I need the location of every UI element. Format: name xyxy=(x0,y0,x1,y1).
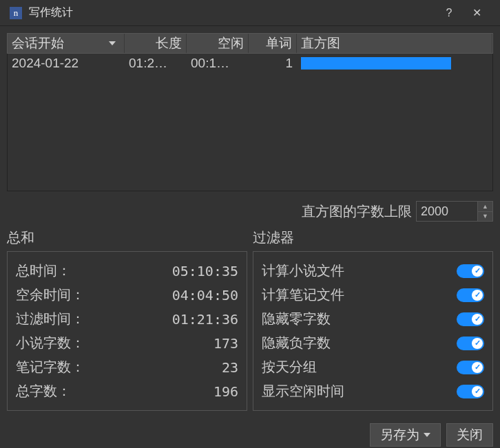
column-idle[interactable]: 空闲 xyxy=(187,34,249,53)
table-row[interactable]: 2024-01-22 01:2… 00:1… 1 xyxy=(8,54,492,73)
button-label: 另存为 xyxy=(380,426,419,444)
cell-length: 01:2… xyxy=(125,56,187,71)
totals-panel: 总和 总时间：05:10:35 空余时间：04:04:50 过滤时间：01:21… xyxy=(7,228,247,411)
column-label: 会话开始 xyxy=(12,34,64,52)
titlebar: n 写作统计 ? ✕ xyxy=(0,0,500,26)
toggle-switch[interactable]: ✓ xyxy=(457,312,484,326)
table-body: 2024-01-22 01:2… 00:1… 1 xyxy=(7,54,493,191)
filter-label: 计算笔记文件 xyxy=(262,286,344,304)
stat-label: 总时间： xyxy=(16,262,71,280)
check-icon: ✓ xyxy=(475,339,481,348)
filters-panel: 过滤器 计算小说文件✓ 计算笔记文件✓ 隐藏零字数✓ 隐藏负字数✓ 按天分组✓ … xyxy=(253,228,493,411)
histogram-limit-input[interactable] xyxy=(416,201,478,222)
spinner-down-icon[interactable]: ▼ xyxy=(478,212,492,222)
toggle-switch[interactable]: ✓ xyxy=(457,288,484,302)
check-icon: ✓ xyxy=(475,266,481,275)
stat-label: 笔记字数： xyxy=(16,358,85,376)
column-label: 长度 xyxy=(156,34,182,52)
stat-value: 05:10:35 xyxy=(172,263,238,279)
button-label: 关闭 xyxy=(457,426,483,444)
window-title: 写作统计 xyxy=(29,6,435,20)
close-button[interactable]: 关闭 xyxy=(446,423,493,447)
stat-value: 196 xyxy=(213,383,238,400)
check-icon: ✓ xyxy=(475,314,481,323)
sort-descending-icon xyxy=(109,41,116,45)
column-label: 直方图 xyxy=(301,34,340,52)
stat-note-words: 笔记字数：23 xyxy=(16,355,238,379)
column-histogram[interactable]: 直方图 xyxy=(297,34,492,53)
cell-idle: 00:1… xyxy=(187,56,249,71)
table-header: 会话开始 长度 空闲 单词 直方图 xyxy=(7,33,493,54)
filter-hide-negative: 隐藏负字数✓ xyxy=(262,331,484,355)
stat-label: 空余时间： xyxy=(16,286,85,304)
spinner-up-icon[interactable]: ▲ xyxy=(478,202,492,212)
filter-label: 按天分组 xyxy=(262,358,317,376)
filter-hide-zero: 隐藏零字数✓ xyxy=(262,307,484,331)
check-icon: ✓ xyxy=(475,387,481,396)
cell-session: 2024-01-22 xyxy=(8,56,125,71)
filter-show-idle: 显示空闲时间✓ xyxy=(262,379,484,403)
histogram-bar xyxy=(301,57,451,70)
filter-label: 隐藏零字数 xyxy=(262,310,331,328)
help-button[interactable]: ? xyxy=(435,7,463,19)
close-window-button[interactable]: ✕ xyxy=(463,6,490,19)
stat-label: 过滤时间： xyxy=(16,310,85,328)
stat-label: 总字数： xyxy=(16,382,71,401)
filter-group-by-day: 按天分组✓ xyxy=(262,355,484,379)
stat-total-time: 总时间：05:10:35 xyxy=(16,259,238,283)
toggle-switch[interactable]: ✓ xyxy=(457,264,484,278)
histogram-limit-row: 直方图的字数上限 ▲ ▼ xyxy=(7,201,493,222)
column-label: 单词 xyxy=(266,34,292,52)
cell-words: 1 xyxy=(249,56,297,71)
filter-count-novel: 计算小说文件✓ xyxy=(262,259,484,283)
stat-value: 173 xyxy=(213,335,238,352)
totals-title: 总和 xyxy=(7,228,247,247)
save-as-button[interactable]: 另存为 xyxy=(370,423,441,447)
filter-label: 显示空闲时间 xyxy=(262,382,344,401)
column-words[interactable]: 单词 xyxy=(249,34,297,53)
toggle-switch[interactable]: ✓ xyxy=(457,385,484,398)
stat-idle-time: 空余时间：04:04:50 xyxy=(16,283,238,307)
column-label: 空闲 xyxy=(218,34,244,52)
cell-histogram xyxy=(297,57,492,70)
stat-value: 01:21:36 xyxy=(172,311,238,328)
filters-title: 过滤器 xyxy=(253,228,493,247)
app-icon: n xyxy=(10,7,22,19)
chevron-down-icon xyxy=(424,433,430,437)
stat-novel-words: 小说字数：173 xyxy=(16,331,238,355)
column-length[interactable]: 长度 xyxy=(125,34,187,53)
filter-count-notes: 计算笔记文件✓ xyxy=(262,283,484,307)
column-session-start[interactable]: 会话开始 xyxy=(8,34,125,53)
toggle-switch[interactable]: ✓ xyxy=(457,337,484,350)
check-icon: ✓ xyxy=(475,290,481,299)
check-icon: ✓ xyxy=(475,363,481,372)
filter-label: 隐藏负字数 xyxy=(262,334,331,352)
histogram-limit-label: 直方图的字数上限 xyxy=(302,202,412,221)
filter-label: 计算小说文件 xyxy=(262,262,344,280)
stat-total-words: 总字数：196 xyxy=(16,379,238,403)
stat-filtered-time: 过滤时间：01:21:36 xyxy=(16,307,238,331)
stat-value: 23 xyxy=(222,359,238,376)
toggle-switch[interactable]: ✓ xyxy=(457,361,484,374)
histogram-limit-spinner[interactable]: ▲ ▼ xyxy=(416,201,493,222)
stat-value: 04:04:50 xyxy=(172,287,238,303)
stat-label: 小说字数： xyxy=(16,334,85,352)
